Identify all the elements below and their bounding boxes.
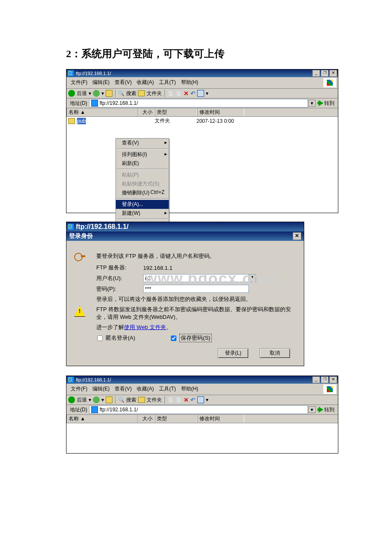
views-dropdown[interactable]: ▾ <box>206 90 208 96</box>
ctx-refresh[interactable]: 刷新(E) <box>116 159 169 168</box>
ctx-undo-delete[interactable]: 撤销删除(U)Ctrl+Z <box>116 188 169 197</box>
views-dropdown-2[interactable]: ▾ <box>206 397 208 403</box>
col-type-2[interactable]: 类型 <box>155 415 197 423</box>
col-mtime-2[interactable]: 修改时间 <box>197 415 244 423</box>
back-icon-2[interactable] <box>68 396 75 403</box>
dialog-body: www.bdocx.com 要登录到该 FTP 服务器，请键入用户名和密码。 F… <box>66 241 304 366</box>
delete-icon-2[interactable]: ✕ <box>184 396 189 403</box>
file-list-2[interactable] <box>66 423 338 453</box>
screenshot-explorer: ftp://192.168.1.1/ 文件(F) 编辑(E) 查看(V) 收藏(… <box>66 69 338 213</box>
menu-tools-2[interactable]: 工具(T) <box>156 384 178 394</box>
views-icon[interactable] <box>197 90 204 97</box>
cancel-button[interactable]: 取消 <box>259 348 290 358</box>
search-icon-2[interactable]: 🔍 <box>118 397 124 403</box>
menu-file[interactable]: 文件(F) <box>68 78 90 87</box>
password-label: 密码(P): <box>96 285 143 293</box>
ctx-view[interactable]: 查看(V) <box>116 139 169 147</box>
forward-dropdown[interactable]: ▾ <box>101 90 104 96</box>
key-icon <box>74 251 86 261</box>
col-name-2[interactable]: 名称 ▲ <box>66 415 137 423</box>
column-header-2: 名称 ▲ 大小 类型 修改时间 <box>66 415 338 423</box>
login-button[interactable]: 登录(L) <box>218 348 248 358</box>
file-list[interactable]: pub 文件夹 2007-12-13 0:00 查看(V) 排列图标(I) 刷新… <box>66 117 338 213</box>
menu-view-2[interactable]: 查看(V) <box>112 384 134 394</box>
folders-icon-2[interactable] <box>138 397 145 403</box>
go-label: 转到 <box>324 100 334 107</box>
go-button[interactable]: 转到 <box>316 100 336 107</box>
anonymous-checkbox-input[interactable] <box>97 335 103 341</box>
views-icon-2[interactable] <box>197 396 204 403</box>
folders-button-2[interactable]: 文件夹 <box>147 396 162 404</box>
col-name[interactable]: 名称 ▲ <box>66 108 137 116</box>
go-button-2[interactable]: 转到 <box>316 406 336 413</box>
ctx-arrange[interactable]: 排列图标(I) <box>116 150 169 159</box>
save-password-checkbox-input[interactable] <box>171 335 176 341</box>
ctx-login[interactable]: 登录(A)... <box>116 200 169 209</box>
folders-button[interactable]: 文件夹 <box>147 90 162 97</box>
folders-icon[interactable] <box>138 90 145 96</box>
ctx-new[interactable]: 新建(W) <box>116 209 169 218</box>
dialog-parent-title: ftp://192.168.1.1/ <box>76 223 303 231</box>
col-size[interactable]: 大小 <box>137 108 155 116</box>
password-field[interactable] <box>143 285 249 293</box>
col-size-2[interactable]: 大小 <box>137 415 155 423</box>
menu-edit-2[interactable]: 编辑(E) <box>90 384 112 394</box>
menu-help[interactable]: 帮助(H) <box>179 78 201 87</box>
search-button[interactable]: 搜索 <box>126 90 136 97</box>
security-warning: FTP 将数据发送到服务器之前不加密或编码密码或数据。要保护密码和数据的安全，请… <box>96 306 297 321</box>
back-icon[interactable] <box>68 90 75 97</box>
menu-file-2[interactable]: 文件(F) <box>68 384 90 394</box>
back-dropdown[interactable]: ▾ <box>89 90 91 96</box>
address-text: ftp://192.168.1.1/ <box>100 100 138 106</box>
col-type[interactable]: 类型 <box>155 108 197 116</box>
anonymous-checkbox[interactable]: 匿名登录(A) <box>95 334 135 342</box>
menu-fav[interactable]: 收藏(A) <box>134 78 156 87</box>
back-dropdown-2[interactable]: ▾ <box>89 397 91 403</box>
dialog-close-button[interactable]: ✕ <box>293 232 301 240</box>
menu-edit[interactable]: 编辑(E) <box>90 78 112 87</box>
throbber-icon <box>323 78 336 87</box>
col-mtime[interactable]: 修改时间 <box>197 108 244 116</box>
window-titlebar-2: ftp://192.168.1.1/ <box>66 376 338 384</box>
ftp-site-icon-2 <box>91 406 98 413</box>
webdav-link[interactable]: 使用 Web 文件夹 <box>124 324 166 330</box>
search-icon[interactable]: 🔍 <box>118 90 124 96</box>
undo-icon[interactable]: ↶ <box>190 90 196 97</box>
back-button-2[interactable]: 后退 <box>77 396 87 404</box>
undo-icon-2[interactable]: ↶ <box>190 396 196 403</box>
list-item[interactable]: pub 文件夹 2007-12-13 0:00 <box>66 117 338 125</box>
maximize-button-2[interactable] <box>321 376 329 383</box>
menubar-2: 文件(F) 编辑(E) 查看(V) 收藏(A) 工具(T) 帮助(H) <box>66 384 338 395</box>
menu-help-2[interactable]: 帮助(H) <box>179 384 201 394</box>
forward-icon-2[interactable] <box>93 396 100 403</box>
username-field[interactable] <box>143 274 248 282</box>
delete-icon[interactable]: ✕ <box>184 90 189 97</box>
up-icon[interactable] <box>106 90 112 97</box>
minimize-button-2[interactable] <box>312 376 320 383</box>
menu-tools[interactable]: 工具(T) <box>156 78 178 87</box>
minimize-button[interactable] <box>312 70 320 77</box>
save-password-checkbox[interactable]: 保存密码(S) <box>169 334 211 342</box>
address-bar: 地址(D) ftp://192.168.1.1/ ▾ 转到 <box>66 98 338 108</box>
up-icon-2[interactable] <box>106 396 112 403</box>
dialog-title: 登录身份 <box>69 232 93 240</box>
forward-dropdown-2[interactable]: ▾ <box>101 397 104 403</box>
menu-fav-2[interactable]: 收藏(A) <box>134 384 156 394</box>
address-label-2: 地址(D) <box>68 406 89 413</box>
address-dropdown-2[interactable]: ▾ <box>308 406 316 413</box>
address-field-2[interactable]: ftp://192.168.1.1/ <box>89 405 308 414</box>
address-field[interactable]: ftp://192.168.1.1/ <box>89 99 308 107</box>
close-button-2[interactable] <box>329 376 337 383</box>
close-button[interactable] <box>329 70 337 77</box>
address-text-2: ftp://192.168.1.1/ <box>100 407 138 413</box>
maximize-button[interactable] <box>321 70 329 77</box>
menu-view[interactable]: 查看(V) <box>112 78 134 87</box>
search-button-2[interactable]: 搜索 <box>126 396 136 404</box>
username-dropdown[interactable]: ▾ <box>248 274 256 282</box>
go-icon-2 <box>317 407 323 413</box>
warning-icon <box>74 306 85 317</box>
copy-icon-2: 📄 <box>176 397 182 403</box>
forward-icon[interactable] <box>93 90 100 97</box>
back-button[interactable]: 后退 <box>77 90 87 97</box>
address-dropdown[interactable]: ▾ <box>308 100 316 107</box>
